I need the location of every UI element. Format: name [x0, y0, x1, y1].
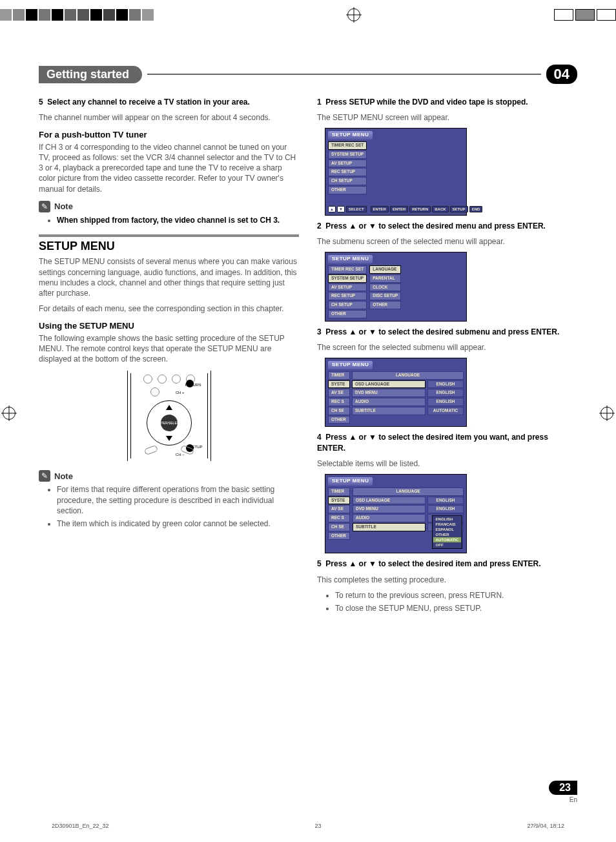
print-page: 23	[315, 823, 322, 829]
r-step2-title: 2 Press ▲ or ▼ to select the desired men…	[317, 221, 577, 231]
osd1-item: TIMER REC SET	[328, 141, 367, 150]
step-5-body: The channel number will appear on the sc…	[39, 112, 299, 123]
note-2-label: Note	[54, 471, 73, 482]
note-1-list: When shipped from factory, the video cha…	[57, 215, 299, 225]
setup-menu-p1: The SETUP MENU consists of several menus…	[39, 256, 299, 298]
osd-screen-3: SETUP MENU TIMER SYSTE AV SE REC S CH SE…	[325, 358, 467, 427]
r-step3-title: 3 Press ▲ or ▼ to select the desired sub…	[317, 327, 577, 337]
r-step3-body: The screen for the selected submenu will…	[317, 342, 577, 353]
r-step1-title: 1 Press SETUP while the DVD and video ta…	[317, 97, 577, 107]
left-column: 5 Select any channel to receive a TV sta…	[39, 97, 299, 616]
registration-top	[0, 6, 616, 23]
setup-menu-heading: SETUP MENU	[39, 234, 299, 254]
page-lang: En	[549, 796, 577, 803]
r-step5-b1: To return to the previous screen, press …	[335, 590, 577, 601]
right-column: 1 Press SETUP while the DVD and video ta…	[317, 97, 577, 616]
remote-return-button	[186, 380, 194, 387]
registration-right-icon	[601, 407, 613, 420]
note-1-header: ✎ Note	[39, 201, 299, 212]
print-file: 2D30901B_En_22_32	[52, 823, 109, 829]
chapter-tab: Getting started	[39, 66, 142, 83]
page-number: 23	[549, 781, 577, 795]
r-step5-list: To return to the previous screen, press …	[335, 590, 577, 613]
note-icon: ✎	[39, 201, 50, 212]
push-tuner-body: If CH 3 or 4 corresponding to the video …	[39, 142, 299, 194]
osd1-hints: ▲▼SELECT ENTERENTER RETURNBACK SETUPEND	[328, 206, 464, 212]
registration-left-icon	[3, 407, 15, 420]
r-step4-body: Selectable items will be listed.	[317, 458, 577, 469]
remote-enter-button: ENTER/SELECT	[161, 415, 178, 431]
note-2-b2: The item which is indicated by green col…	[57, 519, 299, 529]
osd-screen-2: SETUP MENU TIMER REC SET SYSTEM SETUP AV…	[325, 252, 467, 321]
note-2-b1: For items that require different operati…	[57, 484, 299, 516]
osd-screen-1: SETUP MENU TIMER REC SET SYSTEM SETUP AV…	[325, 128, 467, 215]
note-1-bullet: When shipped from factory, the video cha…	[57, 216, 280, 225]
r-step5-title: 5 Press ▲ or ▼ to select the desired ite…	[317, 559, 577, 569]
registration-crosshair-icon	[347, 8, 360, 21]
remote-dpad: ENTER/SELECT	[147, 400, 192, 446]
reg-rects-right	[554, 9, 616, 21]
note-2-list: For items that require different operati…	[57, 484, 299, 529]
r-step2-body: The submenu screen of the selected menu …	[317, 236, 577, 247]
remote-ch-plus-label: CH +	[176, 390, 185, 395]
using-setup-heading: Using the SETUP MENU	[39, 320, 299, 332]
step-5-title: 5 Select any channel to receive a TV sta…	[39, 97, 299, 107]
chapter-rule	[147, 74, 541, 75]
osd1-title: SETUP MENU	[328, 131, 373, 139]
note-1-label: Note	[54, 201, 73, 212]
reg-grayscale-left	[0, 9, 154, 21]
osd4-popup: ENGLISH FRANCAIS ESPANOL OTHER AUTOMATIC…	[432, 515, 462, 549]
r-step5-body: This completes the setting procedure.	[317, 575, 577, 585]
r-step4-title: 4 Press ▲ or ▼ to select the desired ite…	[317, 432, 577, 453]
osd-screen-4: SETUP MENU TIMER SYSTE AV SE REC S CH SE…	[325, 474, 467, 553]
print-footer: 2D30901B_En_22_32 23 27/9/04, 18:12	[52, 823, 564, 829]
using-setup-body: The following example shows the basic se…	[39, 333, 299, 365]
remote-ch-minus-label: CH –	[176, 452, 185, 457]
note-2-header: ✎ Note	[39, 470, 299, 482]
remote-down-icon	[166, 436, 172, 441]
note-icon: ✎	[39, 470, 50, 482]
r-step5-b2: To close the SETUP MENU, press SETUP.	[335, 603, 577, 613]
r-step1-body: The SETUP MENU screen will appear.	[317, 112, 577, 123]
print-timestamp: 27/9/04, 18:12	[527, 823, 564, 829]
chapter-number: 04	[546, 65, 577, 84]
page-footer: 23 En	[549, 781, 577, 803]
remote-up-icon	[166, 405, 172, 410]
push-tuner-heading: For a push-button TV tuner	[39, 129, 299, 141]
chapter-header: Getting started 04	[39, 65, 577, 84]
remote-illustration: RETURN CH + ENTER/SELECT SETUP CH –	[39, 371, 299, 461]
setup-menu-p2: For details of each menu, see the corres…	[39, 303, 299, 314]
